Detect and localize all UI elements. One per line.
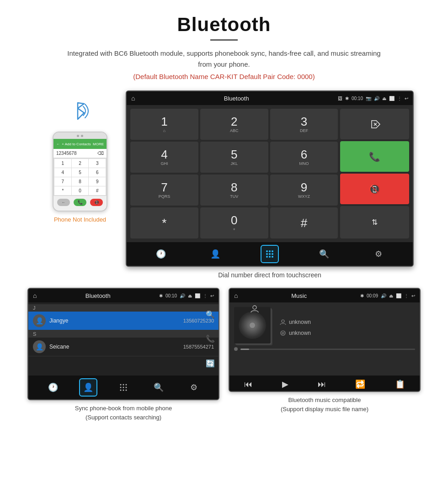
contact-name-jiangye: Jiangye: [49, 318, 180, 324]
red-note: (Default Bluetooth Name CAR-KIT Default …: [27, 73, 421, 80]
music-prev-button[interactable]: ⏮: [244, 380, 252, 389]
phone-add-contact: + Add to Contacts: [62, 142, 91, 146]
dial-key-star[interactable]: *: [130, 207, 198, 238]
contacts-back-icon[interactable]: ↩: [210, 293, 214, 298]
svg-point-6: [269, 253, 271, 255]
nav-clock-icon[interactable]: 🕐: [152, 245, 170, 263]
music-vol-icon: 🔊: [381, 293, 386, 298]
phone-key-hash[interactable]: #: [89, 186, 106, 195]
music-play-button[interactable]: ▶: [282, 379, 288, 389]
music-home-icon[interactable]: ⌂: [234, 292, 238, 299]
dial-backspace-button[interactable]: [340, 109, 410, 139]
home-icon[interactable]: ⌂: [131, 95, 135, 102]
dial-end-button[interactable]: 📵: [340, 174, 410, 204]
contacts-search-icon[interactable]: 🔍: [206, 310, 215, 319]
contacts-section-s: S: [28, 330, 219, 338]
phone-end-btn[interactable]: 📵: [90, 199, 103, 206]
phone-key-7[interactable]: 7: [54, 177, 71, 186]
back-icon[interactable]: ↩: [405, 96, 408, 101]
phone-key-1[interactable]: 1: [54, 159, 71, 168]
dial-key-7[interactable]: 7 PQRS: [130, 175, 198, 206]
music-artist-label: unknown: [289, 330, 311, 336]
phone-key-8[interactable]: 8: [72, 177, 89, 186]
music-list-button[interactable]: 📋: [395, 379, 405, 389]
dial-key-hash[interactable]: #: [270, 207, 338, 238]
phone-back-icon: ←: [56, 142, 60, 146]
nav-search-icon[interactable]: 🔍: [315, 245, 333, 263]
swap-icon: ⇅: [366, 214, 383, 231]
dial-actions: 📞 📵 ⇅: [340, 109, 410, 238]
music-caption: Bluetooth music compatible (Support disp…: [229, 396, 421, 413]
nav-contacts-icon[interactable]: 👤: [206, 245, 224, 263]
music-item: ⌂ Music ✱ 00:09 🔊 ⏏ ⬜ ⋮ ↩: [229, 288, 421, 422]
phone-key-0[interactable]: 0: [72, 186, 89, 195]
contacts-nav-dialpad[interactable]: [114, 378, 133, 397]
nav-dialpad-icon[interactable]: [261, 245, 279, 263]
music-track-row: unknown: [280, 319, 311, 325]
contacts-right-icons: 🔍 📞 🔄: [206, 302, 215, 376]
music-screen-title: Music: [241, 292, 357, 299]
dial-caption: Dial number direct from touchscreen: [126, 271, 414, 279]
dial-key-6[interactable]: 6 MNO: [270, 142, 338, 173]
contact-avatar-jiangye: 👤: [33, 314, 46, 327]
dial-key-3[interactable]: 3 DEF: [270, 109, 338, 140]
contacts-home-icon[interactable]: ⌂: [33, 292, 37, 299]
dial-call-button[interactable]: 📞: [340, 141, 410, 172]
image-icon: 🖼: [338, 96, 342, 101]
phone-call-btn[interactable]: 📞: [74, 199, 86, 206]
dial-swap-button[interactable]: ⇅: [340, 206, 410, 238]
contacts-nav-settings[interactable]: ⚙: [185, 378, 203, 397]
phone-key-2[interactable]: 2: [72, 159, 89, 168]
contacts-status-bar: ⌂ Bluetooth ✱ 00:10 🔊 ⏏ ⬜ ⋮ ↩: [28, 289, 219, 302]
phone-key-9[interactable]: 9: [89, 177, 106, 186]
dial-key-0[interactable]: 0 +: [200, 207, 268, 238]
dial-key-4[interactable]: 4 GHI: [130, 142, 198, 173]
svg-point-21: [282, 320, 284, 323]
dial-key-1[interactable]: 1 ⌂: [130, 109, 198, 140]
contact-row-seicane[interactable]: 👤 Seicane 15875554271: [28, 338, 219, 356]
svg-point-5: [266, 253, 268, 255]
progress-fill: [240, 349, 249, 350]
menu-icon: ⋮: [397, 96, 402, 101]
album-disc: [239, 312, 266, 339]
screen-icon: ⬜: [389, 96, 395, 101]
svg-point-22: [281, 331, 285, 335]
contacts-nav-search[interactable]: 🔍: [149, 378, 168, 397]
phone-key-3[interactable]: 3: [89, 159, 106, 168]
phone-key-5[interactable]: 5: [72, 168, 89, 177]
phone-key-6[interactable]: 6: [89, 168, 106, 177]
contacts-refresh-icon[interactable]: 🔄: [206, 359, 215, 368]
progress-dot: [234, 347, 238, 351]
contacts-screen-title: Bluetooth: [40, 292, 155, 299]
contacts-nav-person[interactable]: 👤: [79, 378, 97, 397]
phone-side: ← + Add to Contacts MORE 12345678 ⌫ 1 2 …: [34, 90, 126, 223]
music-next-button[interactable]: ⏭: [318, 380, 326, 389]
progress-bar[interactable]: [240, 349, 415, 350]
music-track-info: unknown unknown: [280, 307, 311, 344]
contacts-call-icon[interactable]: 📞: [206, 334, 215, 343]
phone-more-icon: MORE: [93, 142, 104, 146]
music-user-icon: [280, 319, 286, 325]
music-back-icon[interactable]: ↩: [411, 293, 415, 298]
music-time: 00:09: [367, 293, 378, 298]
contacts-nav-clock[interactable]: 🕐: [44, 378, 62, 397]
phone-key-4[interactable]: 4: [54, 168, 71, 177]
dial-key-2[interactable]: 2 ABC: [200, 109, 268, 140]
album-user-icon: [250, 304, 259, 315]
contact-row-jiangye[interactable]: 👤 Jiangye 13560725230: [28, 312, 219, 330]
page-title: Bluetooth: [27, 14, 421, 36]
phone-back-btn[interactable]: ←: [57, 199, 70, 206]
dial-key-9[interactable]: 9 WXYZ: [270, 175, 338, 206]
dial-key-5[interactable]: 5 JKL: [200, 142, 268, 173]
music-repeat-button[interactable]: 🔁: [355, 379, 365, 389]
phone-key-star[interactable]: *: [54, 186, 71, 195]
nav-settings-icon[interactable]: ⚙: [369, 245, 388, 263]
svg-point-11: [120, 384, 121, 386]
call-icon: 📞: [369, 151, 380, 162]
music-progress: [234, 347, 415, 351]
svg-point-4: [272, 250, 273, 252]
phone-delete-icon: ⌫: [97, 151, 104, 156]
bottom-section: ⌂ Bluetooth ✱ 00:10 🔊 ⏏ ⬜ ⋮ ↩ J: [27, 288, 421, 422]
dial-key-8[interactable]: 8 TUV: [200, 175, 268, 206]
contacts-screen: ⌂ Bluetooth ✱ 00:10 🔊 ⏏ ⬜ ⋮ ↩ J: [27, 288, 219, 400]
